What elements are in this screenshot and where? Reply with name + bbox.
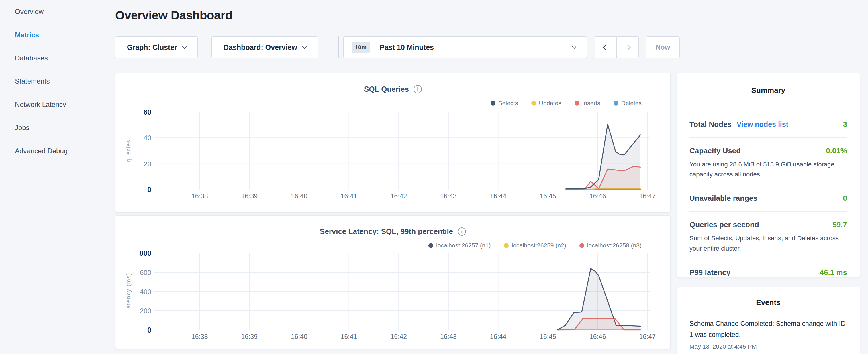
chevron-down-icon [182, 44, 187, 49]
event-item-timestamp: May 13, 2020 at 4:45 PM [689, 343, 847, 350]
svg-text:16:42: 16:42 [390, 192, 407, 200]
svg-text:16:47: 16:47 [639, 192, 656, 200]
svg-text:16:40: 16:40 [291, 333, 308, 340]
controls-divider [338, 36, 339, 58]
chart-legend: Selects Updates Inserts Deletes [491, 100, 642, 106]
svg-text:400: 400 [140, 288, 151, 296]
sidebar-item-advanced-debug[interactable]: Advanced Debug [0, 139, 100, 162]
svg-text:16:38: 16:38 [191, 192, 208, 200]
svg-text:20: 20 [144, 160, 151, 168]
sidebar-item-statements[interactable]: Statements [0, 70, 100, 93]
queries-per-second-description: Sum of Selects, Updates, Inserts, and De… [689, 233, 847, 253]
svg-text:latency (ms): latency (ms) [125, 273, 131, 311]
sidebar-item-jobs[interactable]: Jobs [0, 116, 100, 139]
sidebar-item-overview[interactable]: Overview [0, 0, 100, 23]
svg-text:16:45: 16:45 [539, 192, 556, 200]
svg-text:queries: queries [125, 139, 131, 162]
chevron-left-icon [602, 44, 609, 50]
svg-text:40: 40 [144, 134, 151, 142]
svg-text:200: 200 [140, 307, 151, 315]
summary-row-total-nodes: Total Nodes View nodes list 3 [689, 111, 847, 137]
svg-text:16:39: 16:39 [241, 333, 258, 340]
total-nodes-value: 3 [843, 120, 847, 129]
svg-text:0: 0 [147, 326, 151, 334]
now-button[interactable]: Now [646, 36, 680, 58]
sql-queries-chart[interactable]: 020406016:3816:3916:4016:4116:4216:4316:… [124, 110, 662, 204]
sidebar-item-metrics[interactable]: Metrics [0, 23, 100, 46]
time-range-badge: 10m [351, 42, 370, 53]
svg-text:600: 600 [140, 269, 151, 277]
sidebar-item-network-latency[interactable]: Network Latency [0, 93, 100, 116]
unavailable-ranges-value: 0 [843, 194, 847, 203]
svg-text:16:44: 16:44 [490, 333, 507, 340]
service-latency-chart-card: Service Latency: SQL, 99th percentile i … [115, 215, 671, 349]
sql-queries-chart-card: SQL Queries i Selects Updates Inserts De… [115, 73, 671, 213]
svg-text:16:44: 16:44 [490, 192, 507, 200]
time-back-button[interactable] [595, 36, 617, 58]
legend-dot [580, 243, 584, 248]
p99-latency-value: 46.1 ms [820, 268, 847, 277]
service-latency-chart[interactable]: 020040060080016:3816:3916:4016:4116:4216… [124, 251, 662, 345]
svg-text:16:40: 16:40 [291, 192, 308, 200]
legend-item-node1[interactable]: localhost:26257 (n1) [428, 242, 491, 249]
chevron-down-icon [302, 44, 307, 49]
time-nav-arrows [595, 36, 639, 58]
chevron-right-icon [624, 44, 630, 50]
svg-text:16:42: 16:42 [390, 333, 407, 340]
svg-text:16:45: 16:45 [539, 333, 556, 340]
info-icon[interactable]: i [413, 85, 422, 93]
graph-scope-dropdown[interactable]: Graph: Cluster [115, 36, 198, 58]
dashboard-label: Dashboard: Overview [223, 43, 297, 52]
svg-text:0: 0 [147, 186, 151, 194]
summary-heading: Summary [689, 86, 847, 95]
legend-item-node3[interactable]: localhost:26258 (n3) [580, 242, 642, 249]
capacity-used-value: 0.01% [826, 147, 847, 155]
legend-item-selects[interactable]: Selects [491, 100, 518, 106]
chevron-down-icon [572, 44, 577, 49]
time-range-dropdown[interactable]: 10m Past 10 Minutes [343, 36, 587, 58]
info-icon[interactable]: i [458, 227, 466, 236]
chart-title: Service Latency: SQL, 99th percentile [320, 227, 453, 236]
events-heading: Events [689, 298, 847, 307]
legend-item-inserts[interactable]: Inserts [575, 100, 600, 106]
svg-text:16:47: 16:47 [639, 333, 656, 340]
time-forward-button[interactable] [617, 36, 639, 58]
time-range-label: Past 10 Minutes [380, 43, 434, 52]
svg-text:16:46: 16:46 [589, 192, 606, 200]
events-panel: Events Schema Change Completed: Schema c… [677, 287, 860, 354]
svg-text:800: 800 [139, 251, 151, 257]
svg-text:16:41: 16:41 [341, 333, 358, 340]
sidebar-item-databases[interactable]: Databases [0, 46, 100, 70]
legend-dot [428, 243, 433, 248]
queries-per-second-value: 59.7 [833, 220, 847, 229]
sidebar: Overview Metrics Databases Statements Ne… [0, 0, 100, 162]
legend-item-node2[interactable]: localhost:26259 (n2) [504, 242, 566, 249]
svg-text:16:43: 16:43 [440, 192, 457, 200]
chart-legend: localhost:26257 (n1) localhost:26259 (n2… [428, 242, 642, 249]
dashboard-controls: Graph: Cluster Dashboard: Overview 10m P… [115, 36, 680, 58]
capacity-used-description: You are using 28.6 MiB of 515.9 GiB usab… [689, 159, 847, 179]
page-title: Overview Dashboard [115, 9, 232, 22]
svg-text:16:38: 16:38 [191, 333, 208, 340]
db-console-metrics-page: Overview Metrics Databases Statements Ne… [0, 0, 868, 354]
legend-item-updates[interactable]: Updates [531, 100, 561, 106]
summary-panel: Summary Total Nodes View nodes list 3 Ca… [677, 73, 860, 277]
svg-text:60: 60 [143, 110, 151, 116]
legend-dot [491, 101, 495, 106]
legend-dot [504, 243, 509, 248]
graph-scope-label: Graph: Cluster [127, 43, 177, 52]
summary-row-unavailable-ranges: Unavailable ranges 0 [689, 185, 847, 212]
summary-row-p99-latency: P99 latency 46.1 ms [689, 259, 847, 286]
view-nodes-list-link[interactable]: View nodes list [737, 120, 788, 129]
legend-dot [614, 101, 618, 106]
svg-text:16:43: 16:43 [440, 333, 457, 340]
svg-text:16:46: 16:46 [589, 333, 606, 340]
svg-text:16:39: 16:39 [241, 192, 258, 200]
chart-title: SQL Queries [364, 85, 409, 94]
svg-text:16:41: 16:41 [341, 192, 358, 200]
legend-dot [531, 101, 536, 106]
dashboard-dropdown[interactable]: Dashboard: Overview [212, 36, 318, 58]
legend-item-deletes[interactable]: Deletes [614, 100, 642, 106]
event-item-text: Schema Change Completed: Schema change w… [689, 319, 847, 340]
legend-dot [575, 101, 580, 106]
